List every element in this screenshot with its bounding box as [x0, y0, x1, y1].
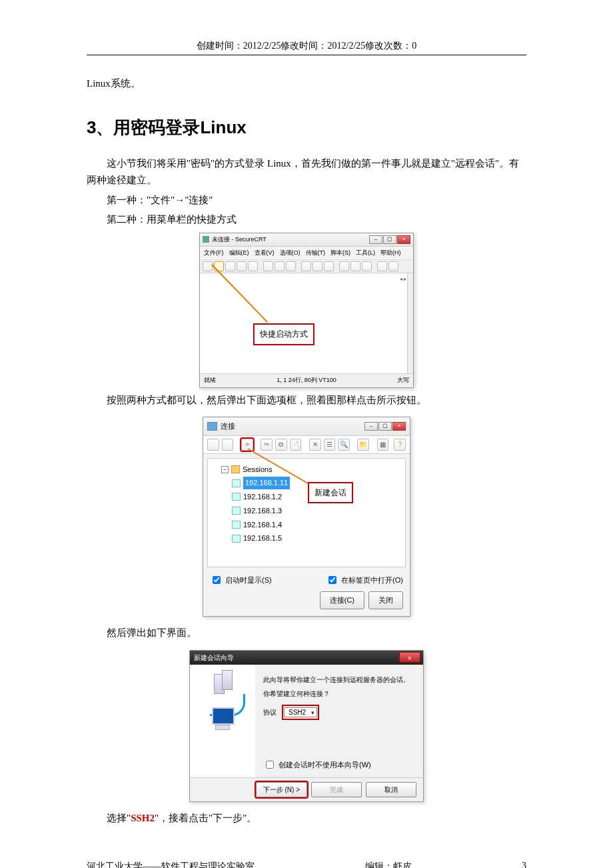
checkbox-label: 创建会话时不使用本向导(W) — [279, 759, 371, 771]
toolbar-button[interactable] — [301, 261, 311, 271]
toolbar-button[interactable] — [225, 261, 235, 271]
cut-icon[interactable]: ✂ — [261, 439, 273, 451]
collapse-icon[interactable]: − — [221, 466, 229, 473]
menu-file[interactable]: 文件(F) — [204, 248, 224, 258]
callout-quick-launch: 快捷启动方式 — [253, 323, 314, 345]
delete-icon[interactable]: ✕ — [309, 439, 321, 451]
menu-tools[interactable]: 工具(L) — [356, 248, 375, 258]
toolbar-button[interactable] — [377, 261, 387, 271]
menu-transfer[interactable]: 传输(T) — [306, 248, 326, 258]
page-footer: 河北工业大学——软件工程与理论实验室 编辑：虾皮 3 — [87, 861, 526, 868]
way-2: 第二种：用菜单栏的快捷方式 — [87, 211, 526, 229]
session-label: 192.168.1.3 — [243, 505, 282, 517]
close-button[interactable]: × — [399, 652, 420, 663]
protocol-label: 协议 — [263, 707, 277, 718]
toolbar-button[interactable] — [263, 261, 273, 271]
checkbox-input[interactable] — [213, 576, 221, 584]
page-number: 3 — [522, 861, 526, 868]
copy-icon[interactable]: ⧉ — [275, 439, 287, 451]
cancel-button[interactable]: 取消 — [366, 782, 416, 797]
checkbox-input[interactable] — [328, 576, 336, 584]
session-label: 192.168.1.4 — [243, 519, 282, 531]
toolbar-button[interactable] — [339, 261, 349, 271]
help-icon[interactable]: ? — [394, 439, 406, 451]
checkbox-input[interactable] — [266, 761, 274, 769]
minimize-button[interactable]: – — [364, 422, 378, 431]
side-scrollbar[interactable] — [407, 273, 413, 373]
menu-help[interactable]: 帮助(H) — [380, 248, 401, 258]
status-bar: 就绪 1, 1 24行, 80列 VT100 大写 — [200, 374, 413, 387]
menu-view[interactable]: 查看(V) — [255, 248, 275, 258]
toolbar-button[interactable] — [207, 439, 219, 451]
toolbar-button[interactable] — [362, 261, 372, 271]
securecrt-window: 未连接 - SecureCRT – ▢ × 文件(F) 编辑(E) 查看(V) … — [199, 233, 414, 388]
session-icon — [232, 521, 241, 529]
minimize-button[interactable]: – — [369, 235, 382, 244]
status-mid: 1, 1 24行, 80列 VT100 — [277, 375, 336, 385]
terminal-area: ◂ ▸ 快捷启动方式 — [200, 273, 413, 374]
toolbar-button[interactable] — [275, 261, 285, 271]
status-right: 大写 — [397, 375, 409, 385]
close-button[interactable]: × — [392, 422, 406, 431]
tree-root[interactable]: − Sessions — [212, 463, 401, 477]
window-title: 未连接 - SecureCRT — [212, 235, 369, 245]
toolbar-button[interactable] — [324, 261, 334, 271]
next-button[interactable]: 下一步 (N) > — [256, 782, 307, 797]
menu-script[interactable]: 脚本(S) — [330, 248, 350, 258]
tree-root-label: Sessions — [243, 463, 273, 476]
wizard-title: 新建会话向导 — [193, 652, 399, 663]
toolbar-button[interactable] — [350, 261, 360, 271]
toolbar-quick-connect-button[interactable] — [214, 261, 224, 271]
session-label: 192.168.1.11 — [243, 477, 290, 489]
wizard-sidebar — [190, 665, 255, 778]
toolbar-button[interactable] — [388, 261, 398, 271]
toolbar-button[interactable] — [286, 261, 296, 271]
toolbar-button[interactable] — [312, 261, 322, 271]
toolbar-button[interactable] — [222, 439, 234, 451]
paste-icon[interactable]: 📄 — [290, 439, 302, 451]
wizard-question: 你希望建立何种连接？ — [263, 688, 415, 699]
tab-arrows[interactable]: ◂ ▸ — [400, 275, 406, 284]
open-in-tab-checkbox[interactable]: 在标签页中打开(O) — [326, 574, 403, 587]
session-tree: − Sessions 192.168.1.11 192.168.1.2 192.… — [207, 458, 406, 567]
prev-text: Linux系统。 — [87, 75, 526, 93]
protocol-select[interactable]: SSH2 — [284, 707, 317, 717]
no-wizard-checkbox[interactable]: 创建会话时不使用本向导(W) — [263, 759, 415, 771]
checkbox-label: 在标签页中打开(O) — [341, 574, 403, 587]
dialog-icon — [207, 422, 217, 431]
callout-new-session: 新建会话 — [308, 482, 353, 503]
new-folder-icon[interactable]: 📁 — [357, 439, 369, 451]
paragraph-4: 选择"SSH2"，接着点击"下一步"。 — [87, 810, 526, 827]
startup-checkbox[interactable]: 启动时显示(S) — [210, 574, 272, 587]
session-item[interactable]: 192.168.1.4 — [212, 518, 401, 532]
session-item[interactable]: 192.168.1.5 — [212, 531, 401, 545]
ssh2-text: SSH2 — [131, 813, 155, 823]
para4-post: "，接着点击"下一步"。 — [155, 813, 257, 823]
toolbar-button[interactable] — [237, 261, 247, 271]
toolbar-button[interactable] — [248, 261, 258, 271]
menu-options[interactable]: 选项(O) — [280, 248, 301, 258]
session-item[interactable]: 192.168.1.2 — [212, 490, 401, 504]
session-item[interactable]: 192.168.1.3 — [212, 504, 401, 518]
maximize-button[interactable]: ▢ — [383, 235, 396, 244]
toolbar — [200, 260, 413, 273]
monitor-icon — [209, 707, 236, 731]
status-left: 就绪 — [204, 375, 216, 385]
finish-button: 完成 — [311, 782, 362, 797]
maximize-button[interactable]: ▢ — [378, 422, 392, 431]
find-icon[interactable]: 🔍 — [338, 439, 350, 451]
para4-pre: 选择" — [107, 813, 131, 823]
window-titlebar: 未连接 - SecureCRT – ▢ × — [200, 233, 413, 247]
annotation-arrow — [211, 265, 268, 323]
close-button[interactable]: × — [397, 235, 410, 244]
connect-dialog: 连接 – ▢ × ✧ ✂ ⧉ 📄 ✕ ☰ 🔍 — [203, 417, 410, 617]
wizard-main: 此向导将帮你建立一个连接到远程服务器的会话。 你希望建立何种连接？ 协议 SSH… — [255, 665, 423, 778]
session-icon — [232, 507, 241, 515]
toolbar-button[interactable]: ▦ — [377, 439, 389, 451]
properties-icon[interactable]: ☰ — [324, 439, 336, 451]
toolbar-button[interactable] — [203, 261, 213, 271]
paragraph-2: 按照两种方式都可以，然后弹出下面选项框，照着图那样点击所示按钮。 — [87, 392, 526, 409]
connect-button[interactable]: 连接(C) — [320, 591, 364, 609]
menu-edit[interactable]: 编辑(E) — [229, 248, 249, 258]
close-button[interactable]: 关闭 — [368, 591, 403, 609]
